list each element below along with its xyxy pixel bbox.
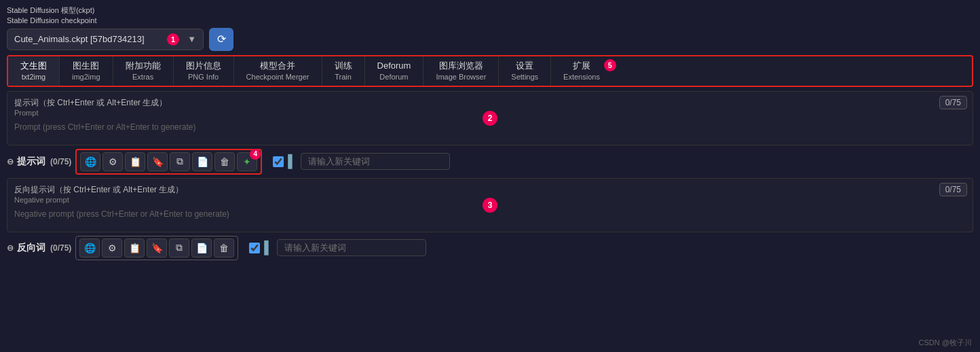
- tab-ckptmerger[interactable]: 模型合并 Checkpoint Merger: [234, 56, 322, 86]
- model-selector-row: Cute_Animals.ckpt [57bd734213] 1 ▼ ⟳: [7, 28, 973, 51]
- prompt-btn-ai[interactable]: ✦ 4: [237, 152, 257, 171]
- refresh-icon: ⟳: [217, 33, 226, 46]
- prompt-btn-trash[interactable]: 🗑: [214, 152, 235, 171]
- prompt-keyword-checkbox[interactable]: [273, 156, 284, 167]
- prompt-block: 提示词（按 Ctrl+Enter 或 Alt+Enter 生成） Prompt …: [7, 91, 973, 145]
- tab-settings-cn: 设置: [516, 60, 533, 72]
- tab-pnginfo-en: PNG Info: [188, 72, 219, 82]
- prompt-title-cn: 提示词（按 Ctrl+Enter 或 Alt+Enter 生成）: [14, 97, 925, 109]
- prompt-btn-globe[interactable]: 🌐: [80, 152, 100, 171]
- prompt-label-cn: 提示词: [17, 156, 45, 168]
- negative-toolbar-label: ⊖ 反向词 (0/75): [7, 242, 71, 254]
- tab-train-cn: 训练: [335, 60, 352, 72]
- negative-btn-trash[interactable]: 🗑: [214, 239, 234, 258]
- model-badge: 1: [167, 33, 179, 46]
- tab-train[interactable]: 训练 Train: [322, 56, 365, 86]
- prompt-btn-copy2[interactable]: ⧉: [170, 152, 190, 171]
- tab-ckptmerger-en: Checkpoint Merger: [246, 72, 309, 82]
- tab-extensions-cn: 扩展: [573, 60, 590, 72]
- footer-credit: CSDN @牧子川: [919, 338, 972, 348]
- negative-btn-paste2[interactable]: 📄: [191, 239, 212, 258]
- model-label-cn: Stable Diffusion 模型(ckpt): [7, 6, 94, 14]
- tabs-row: 文生图 txt2img 图生图 img2img 附加功能 Extras 图片信息…: [7, 55, 973, 87]
- prompt-inner: 提示词（按 Ctrl+Enter 或 Alt+Enter 生成） Prompt …: [7, 92, 973, 136]
- negative-chevron-icon: ⊖: [7, 243, 14, 253]
- negative-toolbar-row: ⊖ 反向词 (0/75) 🌐 ⚙ 📋 🔖 ⧉ 📄 🗑 ▌: [7, 236, 973, 260]
- prompt-placeholder[interactable]: Prompt (press Ctrl+Enter or Alt+Enter to…: [14, 122, 925, 132]
- tab-extras[interactable]: 附加功能 Extras: [113, 56, 174, 86]
- negative-prompt-placeholder[interactable]: Negative prompt (press Ctrl+Enter or Alt…: [14, 209, 925, 219]
- prompt-keyword-icon: ▌: [288, 154, 297, 169]
- prompt-keyword-area: ▌: [273, 153, 450, 170]
- model-label: Stable Diffusion 模型(ckpt) Stable Diffusi…: [7, 5, 973, 27]
- tab-deforum[interactable]: Deforum Deforum: [365, 56, 424, 86]
- negative-btn-copy2[interactable]: ⧉: [169, 239, 189, 258]
- prompt-toolbar-buttons: 🌐 ⚙ 📋 🔖 ⧉ 📄 🗑 ✦ 4: [75, 149, 262, 175]
- tab-extras-cn: 附加功能: [126, 60, 161, 72]
- negative-btn-paste[interactable]: 📋: [124, 239, 145, 258]
- negative-btn-bookmark[interactable]: 🔖: [147, 239, 167, 258]
- negative-keyword-input[interactable]: [277, 239, 426, 256]
- prompt-btn-settings[interactable]: ⚙: [102, 152, 123, 171]
- negative-keyword-icon: ▌: [264, 241, 273, 255]
- prompt-toolbar-label: ⊖ 提示词 (0/75): [7, 156, 71, 168]
- tab-deforum-cn: Deforum: [377, 60, 411, 72]
- tab-img2img-en: img2img: [72, 72, 100, 82]
- negative-label-cn: 反向词: [17, 242, 45, 254]
- negative-keyword-checkbox[interactable]: [249, 243, 260, 253]
- model-label-en: Stable Diffusion checkpoint: [7, 16, 97, 24]
- negative-toolbar-buttons: 🌐 ⚙ 📋 🔖 ⧉ 📄 🗑: [75, 236, 238, 260]
- negative-prompt-title-en: Negative prompt: [14, 196, 925, 204]
- tab-extensions[interactable]: 扩展 Extensions 5: [551, 56, 620, 86]
- tab-imagebrowser[interactable]: 图库浏览器 Image Browser: [423, 56, 499, 86]
- prompt-title-en: Prompt: [14, 109, 925, 117]
- tab-img2img[interactable]: 图生图 img2img: [60, 56, 113, 86]
- tab-imagebrowser-en: Image Browser: [436, 72, 486, 82]
- tab-txt2img-cn: 文生图: [20, 60, 47, 72]
- model-value: Cute_Animals.ckpt [57bd734213]: [14, 34, 145, 44]
- tab-settings[interactable]: 设置 Settings: [499, 56, 551, 86]
- tab-train-en: Train: [335, 72, 352, 82]
- tab-pnginfo-cn: 图片信息: [186, 60, 221, 72]
- tab-extras-en: Extras: [132, 72, 153, 82]
- prompt-toolbar-row: ⊖ 提示词 (0/75) 🌐 ⚙ 📋 🔖 ⧉ 📄 🗑 ✦ 4 ▌: [7, 149, 973, 175]
- negative-btn-globe[interactable]: 🌐: [79, 239, 100, 258]
- negative-prompt-inner: 反向提示词（按 Ctrl+Enter 或 Alt+Enter 生成） Negat…: [7, 179, 973, 223]
- prompt-btn-paste2[interactable]: 📄: [192, 152, 212, 171]
- refresh-button[interactable]: ⟳: [209, 28, 233, 51]
- tab-txt2img-en: txt2img: [22, 72, 45, 82]
- negative-prompt-title-cn: 反向提示词（按 Ctrl+Enter 或 Alt+Enter 生成）: [14, 184, 925, 196]
- tab-pnginfo[interactable]: 图片信息 PNG Info: [174, 56, 234, 86]
- model-section: Stable Diffusion 模型(ckpt) Stable Diffusi…: [7, 5, 973, 51]
- negative-toolbar-count: (0/75): [50, 243, 71, 253]
- tab-deforum-en: Deforum: [379, 72, 408, 82]
- prompt-btn-paste[interactable]: 📋: [125, 152, 145, 171]
- model-dropdown[interactable]: Cute_Animals.ckpt [57bd734213] 1 ▼: [7, 29, 204, 50]
- prompt-chevron-icon: ⊖: [7, 157, 14, 166]
- dropdown-caret-icon: ▼: [187, 34, 196, 44]
- prompt-toolbar-count: (0/75): [50, 157, 71, 166]
- negative-keyword-area: ▌: [249, 239, 426, 256]
- negative-prompt-block: 反向提示词（按 Ctrl+Enter 或 Alt+Enter 生成） Negat…: [7, 178, 973, 232]
- tab-img2img-cn: 图生图: [73, 60, 99, 72]
- tab-txt2img[interactable]: 文生图 txt2img: [8, 56, 60, 86]
- prompt-btn-bookmark[interactable]: 🔖: [147, 152, 168, 171]
- prompt-keyword-input[interactable]: [301, 153, 450, 170]
- tab-settings-en: Settings: [511, 72, 538, 82]
- prompt-counter: 0/75: [939, 96, 967, 109]
- tab-extensions-en: Extensions: [563, 72, 600, 82]
- negative-btn-settings[interactable]: ⚙: [102, 239, 122, 258]
- extensions-badge: 5: [604, 59, 616, 71]
- negative-prompt-counter: 0/75: [939, 183, 967, 196]
- tab-ckptmerger-cn: 模型合并: [260, 60, 295, 72]
- tab-imagebrowser-cn: 图库浏览器: [439, 60, 483, 72]
- ai-badge: 4: [250, 149, 261, 160]
